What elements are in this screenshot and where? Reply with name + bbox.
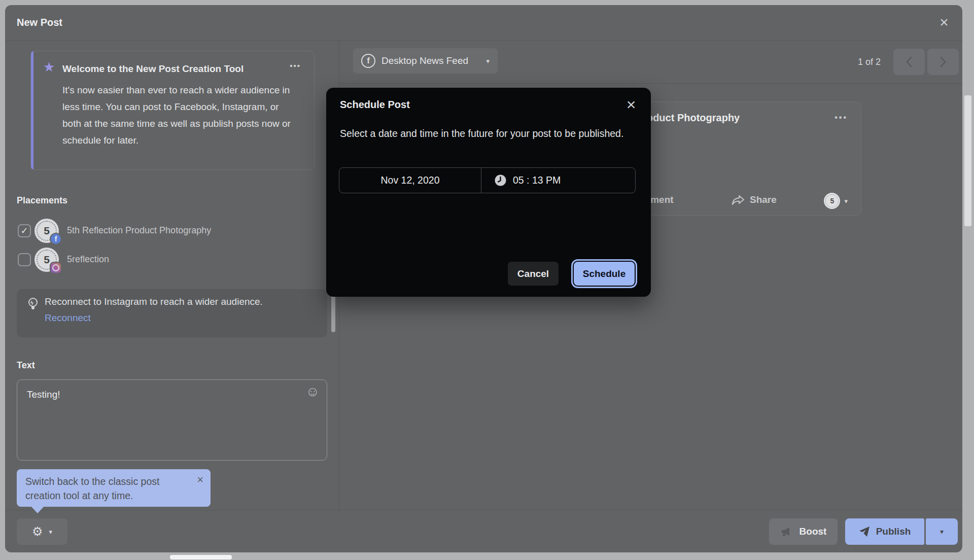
lightbulb-icon bbox=[28, 298, 38, 311]
pager-label: 1 of 2 bbox=[858, 57, 881, 67]
placement-view-selector[interactable]: f Desktop News Feed ▾ bbox=[353, 48, 498, 74]
chevron-right-icon bbox=[939, 56, 947, 68]
classic-tool-tooltip: Switch back to the classic post creation… bbox=[17, 469, 211, 507]
modal-title: Schedule Post bbox=[340, 99, 410, 111]
share-icon bbox=[732, 194, 745, 206]
footer-actions: Boost Publish ▾ bbox=[769, 518, 958, 545]
publish-label: Publish bbox=[876, 526, 911, 537]
panel-scrollbar-thumb[interactable] bbox=[331, 292, 335, 332]
accent-bar bbox=[31, 51, 33, 169]
window-footer: ⚙ ▾ Boost Publish ▾ bbox=[5, 510, 962, 552]
emoji-icon[interactable]: ☺ bbox=[305, 385, 320, 399]
more-options-icon[interactable]: ••• bbox=[290, 61, 301, 70]
placement-label: 5reflection bbox=[67, 254, 109, 265]
datetime-fields: Nov 12, 2020 05 : 13 PM bbox=[339, 167, 636, 193]
previous-preview-button[interactable] bbox=[893, 49, 925, 75]
welcome-body: It's now easier than ever to reach a wid… bbox=[62, 82, 292, 149]
text-heading: Text bbox=[17, 360, 35, 371]
post-text-box: Testing! ☺ bbox=[17, 379, 327, 461]
welcome-banner: ★ Welcome to the New Post Creation Tool … bbox=[30, 51, 315, 170]
facebook-badge-icon: f bbox=[50, 233, 62, 245]
page-scrollbar-track bbox=[962, 0, 974, 560]
instagram-placement-checkbox[interactable] bbox=[18, 253, 31, 266]
clock-icon bbox=[495, 174, 506, 186]
chevron-down-icon: ▾ bbox=[844, 197, 848, 205]
close-icon[interactable]: × bbox=[620, 94, 642, 115]
placements-heading: Placements bbox=[17, 195, 67, 206]
share-label: Share bbox=[750, 194, 777, 205]
schedule-post-modal: Schedule Post × Select a date and time i… bbox=[326, 88, 651, 297]
time-value: 05 : 13 PM bbox=[513, 174, 561, 186]
next-preview-button[interactable] bbox=[927, 49, 959, 75]
placement-row-instagram: 5 5reflection bbox=[5, 248, 330, 272]
date-field[interactable]: Nov 12, 2020 bbox=[339, 168, 481, 193]
reconnect-tip: Reconnect to Instagram to reach a wider … bbox=[17, 289, 327, 337]
cancel-button[interactable]: Cancel bbox=[508, 262, 559, 286]
publish-button[interactable]: Publish bbox=[845, 518, 924, 545]
composer-panel: ★ Welcome to the New Post Creation Tool … bbox=[5, 41, 339, 510]
modal-actions: Cancel Schedule bbox=[508, 262, 635, 286]
time-field[interactable]: 05 : 13 PM bbox=[481, 168, 635, 193]
paper-plane-icon bbox=[859, 526, 870, 537]
modal-description: Select a date and time in the future for… bbox=[340, 125, 627, 142]
star-icon: ★ bbox=[43, 59, 55, 75]
megaphone-icon bbox=[780, 526, 793, 537]
instagram-badge-icon bbox=[50, 262, 62, 274]
facebook-placement-checkbox[interactable]: ✓ bbox=[18, 224, 31, 237]
boost-button[interactable]: Boost bbox=[769, 518, 838, 545]
more-options-icon[interactable]: ••• bbox=[834, 113, 848, 122]
gear-icon: ⚙ bbox=[32, 526, 43, 538]
chevron-left-icon bbox=[905, 56, 913, 68]
account-switcher[interactable]: 5 ▾ bbox=[824, 193, 848, 209]
chevron-down-icon: ▾ bbox=[940, 528, 944, 536]
window-title: New Post bbox=[17, 17, 62, 28]
reconnect-link[interactable]: Reconnect bbox=[45, 312, 91, 324]
vertical-scrollbar-thumb[interactable] bbox=[964, 95, 971, 226]
welcome-title: Welcome to the New Post Creation Tool bbox=[62, 63, 244, 75]
view-selector-label: Desktop News Feed bbox=[381, 55, 480, 66]
placement-row-facebook: ✓ 5 f 5th Reflection Product Photography bbox=[5, 219, 330, 243]
close-icon[interactable]: × bbox=[934, 12, 954, 32]
horizontal-scrollbar-thumb[interactable] bbox=[170, 555, 232, 559]
facebook-circle-icon: f bbox=[361, 54, 375, 68]
close-icon[interactable]: × bbox=[197, 473, 203, 486]
chevron-down-icon: ▾ bbox=[49, 528, 52, 536]
preview-pager: 1 of 2 bbox=[858, 49, 959, 75]
boost-label: Boost bbox=[799, 526, 827, 537]
publish-options-button[interactable]: ▾ bbox=[926, 518, 958, 545]
settings-button[interactable]: ⚙ ▾ bbox=[17, 518, 67, 545]
post-text-input[interactable]: Testing! bbox=[17, 380, 327, 460]
avatar: 5 bbox=[824, 193, 840, 209]
chevron-down-icon: ▾ bbox=[486, 57, 490, 65]
window-header: New Post × bbox=[5, 5, 962, 41]
placement-label: 5th Reflection Product Photography bbox=[67, 225, 211, 236]
schedule-button[interactable]: Schedule bbox=[574, 262, 635, 286]
tip-text: Reconnect to Instagram to reach a wider … bbox=[45, 296, 263, 307]
date-value: Nov 12, 2020 bbox=[380, 174, 439, 186]
share-action[interactable]: Share bbox=[732, 192, 777, 208]
preview-header: f Desktop News Feed ▾ 1 of 2 bbox=[339, 41, 962, 84]
tooltip-text: Switch back to the classic post creation… bbox=[25, 474, 178, 503]
